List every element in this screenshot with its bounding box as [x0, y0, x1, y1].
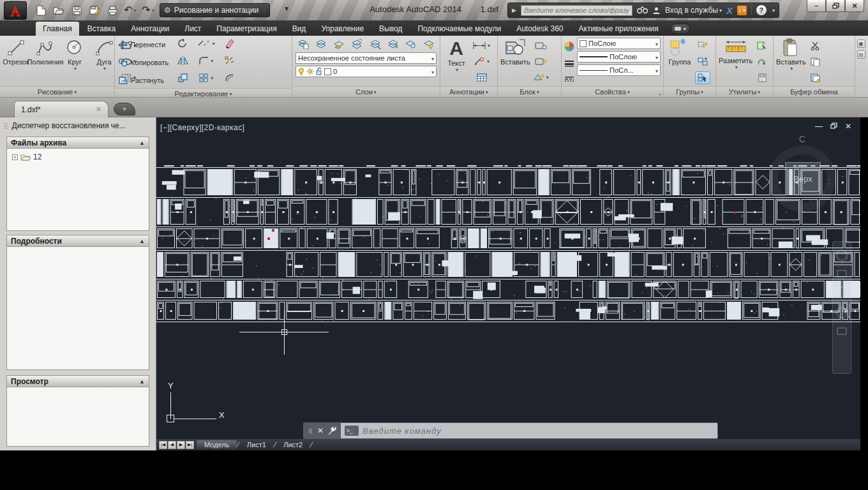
archive-tree-item[interactable]: + 12: [7, 149, 149, 161]
viewcube-top-face[interactable]: Верх: [785, 162, 821, 195]
layer-match-button[interactable]: [403, 38, 419, 50]
group-button[interactable]: Группа: [666, 37, 694, 86]
drawing-canvas[interactable]: [156, 165, 860, 323]
layer-isolate-button[interactable]: [349, 38, 364, 50]
tab-autodesk360[interactable]: Autodesk 360: [509, 22, 570, 36]
offset-button[interactable]: [218, 71, 241, 84]
trim-button[interactable]: [195, 37, 218, 50]
command-customize-icon[interactable]: [328, 427, 336, 435]
stretch-button[interactable]: Растянуть: [117, 74, 170, 87]
ribbon-display-toggle[interactable]: [671, 24, 690, 34]
panel-label-layers[interactable]: Слои: [292, 86, 440, 97]
redo-button[interactable]: ↷: [140, 3, 156, 18]
command-prompt-icon[interactable]: >_: [345, 426, 359, 436]
block-attributes-button[interactable]: [532, 71, 550, 84]
ribbon-edge-button-1[interactable]: ▣: [857, 40, 865, 48]
panel-label-modify[interactable]: Редактирование: [115, 88, 292, 97]
leader-button[interactable]: [472, 56, 491, 68]
prev-layout-button[interactable]: ◀: [168, 441, 176, 449]
group-edit-button[interactable]: [695, 56, 710, 68]
measure-button[interactable]: Разметить: [718, 37, 753, 86]
navigation-bar[interactable]: [832, 241, 851, 374]
file-tab[interactable]: 1.dxf* ✕: [14, 101, 108, 117]
collapse-arrow-icon[interactable]: ▲: [139, 238, 145, 244]
move-button[interactable]: Перенести: [117, 38, 170, 51]
doc-close-icon[interactable]: ✕: [845, 122, 851, 130]
toggle-infer-constraints[interactable]: ⊞: [0, 462, 868, 474]
panel-label-groups[interactable]: Группы: [664, 86, 715, 97]
tab-layout[interactable]: Лист: [177, 22, 208, 36]
copy-clip-button[interactable]: [808, 56, 823, 68]
toggle-grid-display[interactable]: ▦: [0, 486, 868, 490]
viewcube-north-label[interactable]: С: [799, 134, 805, 144]
lineweight-dropdown[interactable]: ПоСлою: [577, 51, 661, 63]
copy-button[interactable]: Копировать: [117, 56, 170, 69]
first-layout-button[interactable]: |◀: [159, 441, 167, 449]
tab-insert[interactable]: Вставка: [80, 22, 123, 36]
plot-button[interactable]: [105, 3, 120, 18]
layer-states-button[interactable]: [313, 38, 329, 50]
paste-special-button[interactable]: [808, 71, 823, 84]
pan-tool-icon[interactable]: [837, 270, 847, 278]
layer-dropdown[interactable]: 0: [296, 66, 437, 77]
insert-block-button[interactable]: Вставить: [500, 37, 531, 86]
save-button[interactable]: [69, 3, 84, 18]
coordinates-display[interactable]: 16368.1327, -81.7372 , 0.0000: [0, 450, 868, 462]
search-input[interactable]: [521, 5, 632, 16]
layer-on-button[interactable]: [421, 38, 437, 50]
text-button[interactable]: A Текст: [442, 37, 470, 86]
line-button[interactable]: Отрезок: [2, 37, 30, 86]
viewport-controls-label[interactable]: [−][Сверху][2D-каркас]: [160, 123, 244, 132]
panel-label-clipboard[interactable]: Буфер обмена: [774, 86, 855, 97]
details-header[interactable]: Подробности ▲: [7, 235, 149, 247]
orbit-tool-icon[interactable]: [836, 307, 848, 318]
last-layout-button[interactable]: ▶|: [186, 441, 194, 449]
new-file-button[interactable]: [33, 3, 49, 18]
ribbon-toggle-dropdown[interactable]: [682, 26, 686, 31]
dimension-button[interactable]: [472, 40, 491, 52]
autodesk-exchange-icon[interactable]: X: [726, 5, 733, 16]
doc-restore-icon[interactable]: [830, 122, 837, 130]
tab-view[interactable]: Вид: [285, 22, 313, 36]
command-close-icon[interactable]: ✕: [317, 426, 324, 435]
drawing-viewport[interactable]: [−][Сверху][2D-каркас] — ✕ С Верх Y X: [156, 117, 860, 450]
rotate-button[interactable]: [171, 37, 194, 50]
ungroup-button[interactable]: [695, 40, 710, 52]
tab-annotate[interactable]: Аннотации: [124, 22, 176, 36]
collapse-arrow-icon[interactable]: ▲: [139, 140, 145, 146]
create-block-button[interactable]: [532, 40, 550, 52]
quick-calculator-button[interactable]: [754, 71, 770, 84]
properties-dialog-launcher[interactable]: ⌟: [659, 89, 661, 96]
mirror-button[interactable]: [171, 54, 194, 67]
workspace-switcher[interactable]: ⚙ Рисование и аннотации: [160, 3, 270, 17]
array-button[interactable]: [195, 71, 218, 84]
layer-lock-button[interactable]: [385, 38, 401, 50]
scale-button[interactable]: [171, 71, 194, 84]
lineweight-icon[interactable]: [564, 60, 574, 68]
quick-access-overflow-button[interactable]: ▼: [283, 5, 290, 12]
ribbon-edge-button-2[interactable]: ▤: [857, 50, 865, 59]
panel-label-block[interactable]: Блок: [498, 86, 561, 97]
steering-wheel-icon[interactable]: [836, 249, 848, 261]
restore-button[interactable]: [826, 0, 845, 12]
redo-dropdown[interactable]: [151, 4, 154, 16]
minimize-button[interactable]: –: [807, 0, 826, 12]
toggle-snap-mode[interactable]: ∷: [0, 474, 868, 486]
linetype-icon[interactable]: [564, 76, 574, 82]
tab-featured-apps[interactable]: Активные приложения: [572, 22, 666, 36]
help-button[interactable]: ?: [756, 5, 767, 15]
layer-state-dropdown[interactable]: Несохраненное состояние листа: [296, 52, 437, 64]
tab-home[interactable]: Главная: [36, 22, 79, 36]
layer-properties-button[interactable]: [296, 38, 311, 50]
panel-label-utilities[interactable]: Утилиты: [716, 86, 773, 97]
next-layout-button[interactable]: ▶: [177, 441, 185, 449]
infocenter-collapse-arrow[interactable]: ▶: [512, 7, 516, 13]
fillet-button[interactable]: [195, 54, 218, 67]
erase-button[interactable]: [218, 37, 241, 50]
explode-button[interactable]: [218, 54, 241, 67]
arc-button[interactable]: Дуга: [90, 37, 118, 86]
download-apps-button[interactable]: ↓: [737, 6, 747, 15]
zoom-tool-icon[interactable]: [836, 286, 848, 298]
panel-label-annotation[interactable]: Аннотации: [440, 86, 497, 97]
paste-button[interactable]: Вставить: [775, 37, 807, 86]
